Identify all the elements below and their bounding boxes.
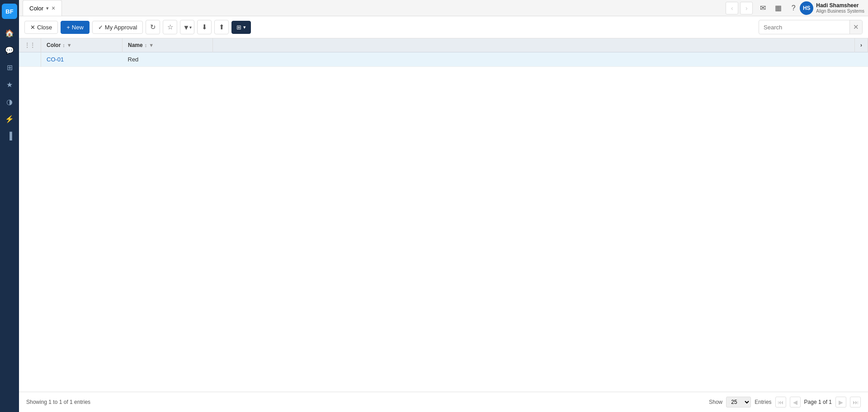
favorite-button[interactable]: ☆ xyxy=(163,20,177,34)
user-company: Align Business Systems xyxy=(816,9,864,14)
close-button[interactable]: ✕ Close xyxy=(24,21,58,34)
search-input[interactable] xyxy=(759,24,849,31)
mail-icon[interactable]: ✉ xyxy=(756,2,769,14)
tab-dropdown-icon[interactable]: ▾ xyxy=(46,5,49,11)
new-button[interactable]: + New xyxy=(61,21,90,34)
filter-dropdown-icon: ▾ xyxy=(189,25,192,30)
user-profile[interactable]: HS Hadi Shamsheer Align Business Systems xyxy=(800,1,864,15)
entries-select[interactable]: 25 50 100 xyxy=(726,397,751,407)
column-header-rest xyxy=(213,38,855,52)
filter-icon: ▼ xyxy=(183,23,189,31)
header-icons: ✉ ▦ ? xyxy=(756,2,800,14)
row-drag-handle xyxy=(19,52,41,67)
sidebar-item-chat[interactable]: 💬 xyxy=(2,42,17,58)
show-label: Show xyxy=(709,399,722,405)
upload-button[interactable]: ⬆ xyxy=(214,20,229,34)
sidebar-item-grid[interactable]: ⊞ xyxy=(2,60,17,75)
star-icon: ☆ xyxy=(167,23,173,31)
table-area: ⋮⋮ Color ↕ ▼ Name ↕ ▼ xyxy=(19,38,868,392)
entries-label: Entries xyxy=(755,399,771,405)
download-button[interactable]: ⬇ xyxy=(197,20,212,34)
check-icon: ✓ xyxy=(98,24,103,31)
user-name: Hadi Shamsheer xyxy=(816,2,864,9)
search-box: ✕ xyxy=(759,20,863,34)
footer-pagination: Show 25 50 100 Entries ⏮ ◀ Page 1 of 1 ▶… xyxy=(709,397,861,407)
column-header-arrow: › xyxy=(855,38,868,52)
sidebar-item-bar[interactable]: ▐ xyxy=(2,128,17,144)
col-settings-icon[interactable]: › xyxy=(860,42,862,48)
my-approval-button[interactable]: ✓ My Approval xyxy=(92,21,143,34)
column-header-name[interactable]: Name ↕ ▼ xyxy=(123,38,213,52)
sidebar-item-activity[interactable]: ⚡ xyxy=(2,111,17,126)
help-icon[interactable]: ? xyxy=(787,2,800,14)
tab-color-label: Color xyxy=(29,5,43,12)
table-row[interactable]: CO-01 Red xyxy=(19,52,868,67)
cell-arrow xyxy=(855,52,868,67)
first-page-button[interactable]: ⏮ xyxy=(775,397,786,407)
next-page-button[interactable]: ▶ xyxy=(835,397,846,407)
tab-bar: Color ▾ × ‹ › ✉ ▦ ? HS Hadi Shamsheer Al… xyxy=(19,0,868,16)
plus-icon: + xyxy=(66,24,70,31)
close-x-icon: ✕ xyxy=(30,24,35,31)
cell-color[interactable]: CO-01 xyxy=(41,52,123,67)
prev-page-button[interactable]: ◀ xyxy=(790,397,801,407)
color-link[interactable]: CO-01 xyxy=(47,56,64,63)
cell-rest xyxy=(213,52,855,67)
download-icon: ⬇ xyxy=(202,23,208,31)
page-info: Page 1 of 1 xyxy=(804,399,832,405)
refresh-button[interactable]: ↻ xyxy=(146,20,160,34)
data-table: ⋮⋮ Color ↕ ▼ Name ↕ ▼ xyxy=(19,38,868,67)
last-page-button[interactable]: ⏭ xyxy=(850,397,861,407)
filter-icon-name[interactable]: ▼ xyxy=(149,42,154,48)
column-color-label: Color xyxy=(47,42,61,48)
sidebar-item-pie[interactable]: ◑ xyxy=(2,94,17,109)
sidebar-item-home[interactable]: 🏠 xyxy=(2,25,17,41)
tab-color[interactable]: Color ▾ × xyxy=(23,0,62,16)
close-label: Close xyxy=(37,24,52,31)
refresh-icon: ↻ xyxy=(150,23,156,31)
app-logo[interactable]: BF xyxy=(2,4,17,19)
filter-icon-color[interactable]: ▼ xyxy=(67,42,72,48)
view-grid-icon: ⊞ xyxy=(236,24,241,31)
main-panel: Color ▾ × ‹ › ✉ ▦ ? HS Hadi Shamsheer Al… xyxy=(19,0,868,412)
sort-icon-color[interactable]: ↕ xyxy=(62,42,65,48)
approval-label: My Approval xyxy=(105,24,137,31)
footer: Showing 1 to 1 of 1 entries Show 25 50 1… xyxy=(19,392,868,412)
sidebar-item-star[interactable]: ★ xyxy=(2,77,17,92)
sidebar: BF 🏠 💬 ⊞ ★ ◑ ⚡ ▐ xyxy=(0,0,19,412)
column-header-color[interactable]: Color ↕ ▼ xyxy=(41,38,123,52)
new-label: New xyxy=(72,24,84,31)
search-clear-button[interactable]: ✕ xyxy=(849,20,862,34)
tab-next-button[interactable]: › xyxy=(740,2,753,14)
tab-navigation: ‹ › xyxy=(726,2,753,14)
cell-name: Red xyxy=(123,52,213,67)
view-button[interactable]: ⊞ ▾ xyxy=(231,21,251,34)
toolbar: ✕ Close + New ✓ My Approval ↻ ☆ ▼ ▾ ⬇ ⬆ … xyxy=(19,16,868,38)
tab-close-icon[interactable]: × xyxy=(52,5,55,12)
showing-text: Showing 1 to 1 of 1 entries xyxy=(26,399,90,405)
view-dropdown-icon: ▾ xyxy=(243,24,246,30)
column-name-label: Name xyxy=(128,42,143,48)
upload-icon: ⬆ xyxy=(219,23,225,31)
user-info: Hadi Shamsheer Align Business Systems xyxy=(816,2,864,14)
filter-button[interactable]: ▼ ▾ xyxy=(180,20,194,34)
sort-icon-name[interactable]: ↕ xyxy=(145,42,147,48)
dashboard-icon[interactable]: ▦ xyxy=(772,2,784,14)
drag-handle-header: ⋮⋮ xyxy=(19,38,41,52)
tab-prev-button[interactable]: ‹ xyxy=(726,2,738,14)
avatar: HS xyxy=(800,1,813,15)
